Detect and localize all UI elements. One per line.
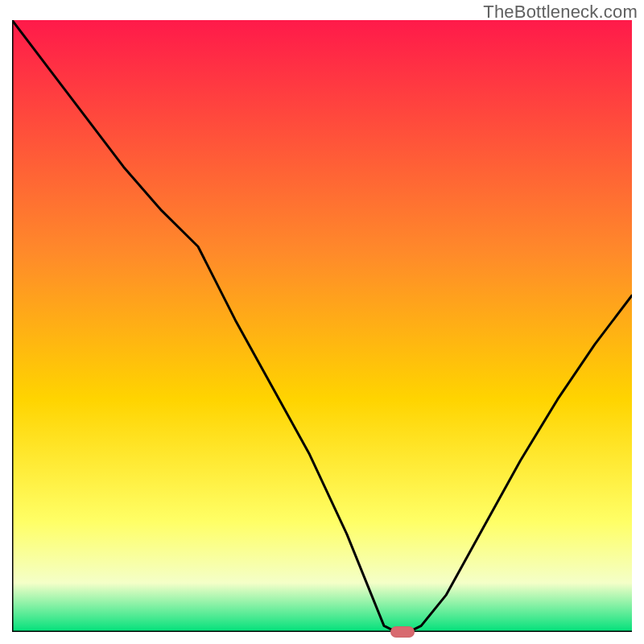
- chart-canvas: TheBottleneck.com: [0, 0, 644, 644]
- plot-area: [12, 20, 632, 632]
- plot-svg: [12, 20, 632, 632]
- gradient-panel: [12, 20, 632, 632]
- optimal-marker: [390, 626, 415, 638]
